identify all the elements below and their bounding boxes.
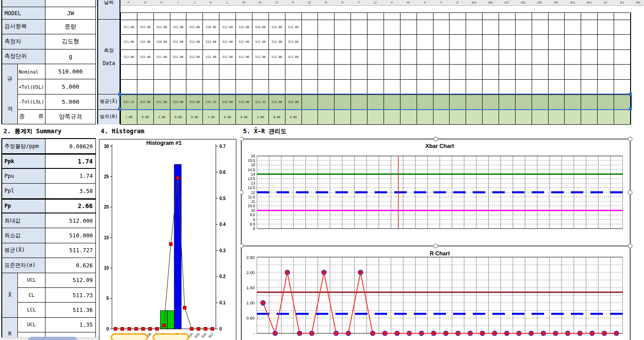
cell-data-row-4-c4[interactable] — [186, 65, 203, 80]
cell-data-row-4-c22[interactable] — [483, 65, 499, 80]
cell-data-row-2-c25[interactable] — [532, 35, 549, 50]
cell-data-row-1-c21[interactable] — [466, 20, 483, 35]
cell-data-row-2-c29[interactable] — [598, 35, 614, 50]
spec-group-cell[interactable]: 규격 — [2, 64, 18, 124]
cell-range-row-c24[interactable] — [516, 110, 532, 125]
cell-data-row-5-c5[interactable] — [203, 80, 219, 95]
cell-data-row-5-c28[interactable] — [581, 80, 598, 95]
cell-data-row-3-c5[interactable]: 512.00 — [203, 50, 219, 65]
cell-data-row-3-c10[interactable]: 512.00 — [285, 50, 302, 65]
summary-xbar-val-UCL[interactable]: 512.09 — [45, 273, 96, 288]
spec-label-3[interactable]: 종 류 — [18, 110, 45, 125]
cell-data-row-2-c12[interactable] — [318, 35, 334, 50]
cell-data-row-3-c14[interactable] — [351, 50, 367, 65]
cell-data-row-3-c2[interactable]: 511.00 — [154, 50, 170, 65]
info-cell-blank-label[interactable] — [2, 0, 45, 7]
cell-data-row-5-c18[interactable] — [417, 80, 433, 95]
cell-stub-c24[interactable] — [516, 13, 532, 20]
cell-data-row-4-c11[interactable] — [302, 65, 318, 80]
cell-range-row-c26[interactable] — [549, 110, 565, 125]
cell-data-row-3-c15[interactable] — [367, 50, 384, 65]
cell-range-row-c8[interactable]: 2.00 — [252, 110, 269, 125]
cell-stub-c21[interactable] — [466, 13, 483, 20]
info-label-2[interactable]: 측정자 — [2, 34, 45, 49]
cell-data-row-1-c20[interactable] — [450, 20, 466, 35]
summary-value-4[interactable]: 2.66 — [45, 199, 96, 213]
selection-rectangle[interactable] — [119, 94, 632, 110]
summary-label-0[interactable]: 추정불량/ppm — [2, 139, 45, 154]
summary-xbar-sub-LCL[interactable]: LCL — [18, 303, 45, 317]
cell-stub-c15[interactable] — [367, 13, 384, 20]
cell-range-row-c30[interactable] — [614, 110, 631, 125]
cell-data-row-5-c21[interactable] — [466, 80, 483, 95]
cell-stub-c22[interactable] — [483, 13, 499, 20]
cell-data-row-4-c0[interactable] — [121, 65, 137, 80]
chart-selection-handle-5[interactable] — [240, 244, 244, 248]
cell-data-row-1-c28[interactable] — [581, 20, 598, 35]
cell-data-row-2-c28[interactable] — [581, 35, 598, 50]
summary-r-val-UCL[interactable]: 1.35 — [45, 318, 96, 332]
histogram-bar-512[interactable] — [174, 164, 182, 329]
cell-stub-c20[interactable] — [450, 13, 466, 20]
cell-data-row-5-c7[interactable] — [236, 80, 252, 95]
cell-data-row-2-c3[interactable]: 512.00 — [170, 35, 187, 50]
summary-xbar-group-cell[interactable]: X̄ — [2, 273, 18, 318]
cell-data-row-5-c12[interactable] — [318, 80, 334, 95]
cell-data-row-1-c5[interactable]: 510.00 — [203, 20, 219, 35]
spec-value-0[interactable]: 510.000 — [45, 64, 96, 79]
cell-data-row-5-c17[interactable] — [400, 80, 417, 95]
cell-data-row-4-c16[interactable] — [384, 65, 400, 80]
cell-data-row-3-c27[interactable] — [565, 50, 581, 65]
cell-data-row-1-c0[interactable]: 511.00 — [121, 20, 137, 35]
cell-range-row-c22[interactable] — [483, 110, 499, 125]
cell-stub-c14[interactable] — [351, 13, 367, 20]
cell-data-row-5-c2[interactable] — [154, 80, 170, 95]
cell-data-row-4-c24[interactable] — [516, 65, 532, 80]
cell-range-row-c0[interactable]: 1.00 — [121, 110, 137, 125]
histogram-bar-511[interactable] — [167, 311, 174, 329]
cell-data-row-3-c25[interactable] — [532, 50, 549, 65]
cell-data-row-4-c28[interactable] — [581, 65, 598, 80]
measure-mean-label-cell[interactable]: 평균(X̄) — [98, 94, 120, 110]
cell-stub-c8[interactable] — [252, 13, 269, 20]
selection-handle-0[interactable] — [118, 93, 121, 96]
cell-data-row-5-c4[interactable] — [186, 80, 203, 95]
cell-data-row-2-c18[interactable] — [417, 35, 433, 50]
cell-data-row-2-c14[interactable] — [351, 35, 367, 50]
cell-data-row-2-c8[interactable]: 512.00 — [252, 35, 269, 50]
cell-data-row-1-c13[interactable] — [334, 20, 351, 35]
cell-data-row-3-c4[interactable]: 512.00 — [186, 50, 203, 65]
summary-label-8[interactable]: 표준편차(σ) — [2, 258, 45, 273]
cell-data-row-2-c9[interactable]: 512.00 — [269, 35, 285, 50]
summary-label-7[interactable]: 평균(X̄) — [2, 243, 45, 258]
cell-data-row-3-c11[interactable] — [302, 50, 318, 65]
cell-data-row-5-c13[interactable] — [334, 80, 351, 95]
cell-range-row-c5[interactable]: 2.00 — [203, 110, 219, 125]
cell-data-row-5-c27[interactable] — [565, 80, 581, 95]
summary-value-1[interactable]: 1.74 — [45, 154, 96, 168]
cell-data-row-4-c29[interactable] — [598, 65, 614, 80]
cell-range-row-c29[interactable] — [598, 110, 614, 125]
cell-stub-c16[interactable] — [384, 13, 400, 20]
cell-data-row-1-c23[interactable] — [499, 20, 516, 35]
cell-data-row-2-c17[interactable] — [400, 35, 417, 50]
cell-data-row-5-c23[interactable] — [499, 80, 516, 95]
cell-stub-c0[interactable] — [121, 13, 137, 20]
cell-data-row-2-c21[interactable] — [466, 35, 483, 50]
cell-stub-c6[interactable] — [219, 13, 236, 20]
info-value-0[interactable]: JW — [45, 7, 96, 20]
cell-data-row-2-c2[interactable]: 510.00 — [154, 35, 170, 50]
summary-value-6[interactable]: 510.000 — [45, 228, 96, 243]
cell-data-row-3-c16[interactable] — [384, 50, 400, 65]
spec-label-1[interactable]: +Tol(USL) — [18, 79, 45, 94]
cell-data-row-5-c22[interactable] — [483, 80, 499, 95]
cell-data-row-1-c8[interactable]: 510.00 — [252, 20, 269, 35]
cell-range-row-c18[interactable] — [417, 110, 433, 125]
button-blue-partial[interactable] — [28, 337, 77, 340]
summary-value-2[interactable]: 1.74 — [45, 169, 96, 184]
info-value-2[interactable]: 김도형 — [45, 34, 96, 49]
measure-data-label-cell[interactable]: 측정Data — [98, 20, 120, 95]
cell-range-row-c16[interactable] — [384, 110, 400, 125]
cell-data-row-5-c11[interactable] — [302, 80, 318, 95]
cell-data-row-4-c8[interactable] — [252, 65, 269, 80]
